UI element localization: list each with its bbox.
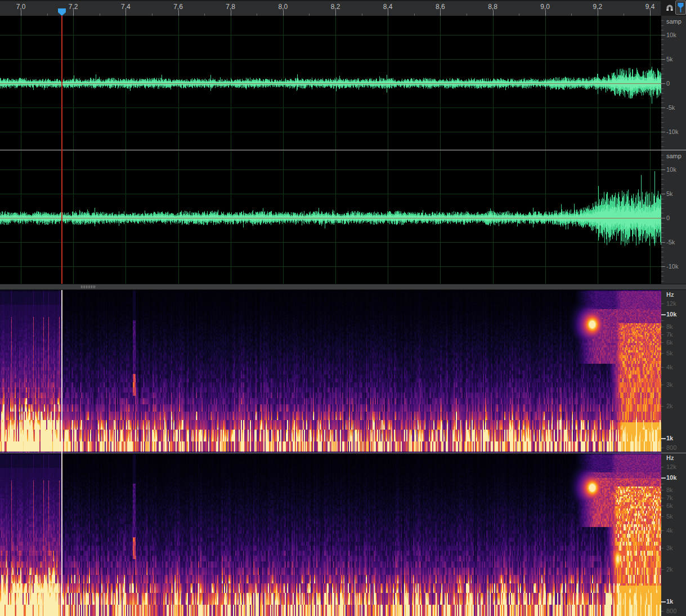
playhead-pin-icon <box>676 2 685 14</box>
frequency-label: 5k <box>666 513 673 520</box>
amplitude-scale-channel-1[interactable]: samp -10k-5k05k10k <box>661 16 686 150</box>
magnet-glyph <box>665 3 674 12</box>
amplitude-tick <box>661 237 663 238</box>
splitter-handle[interactable] <box>80 285 96 288</box>
amplitude-tick <box>661 266 665 267</box>
amplitude-label: 10k <box>666 166 676 173</box>
amplitude-tick <box>661 208 663 209</box>
amplitude-tick <box>661 189 663 189</box>
timeline-label: 7,8 <box>226 3 235 11</box>
amplitude-unit-label: samp <box>666 18 681 25</box>
frequency-label: 1k <box>666 435 673 441</box>
amplitude-tick <box>661 271 663 272</box>
frequency-tick <box>661 334 663 335</box>
amplitude-tick <box>661 247 663 248</box>
amplitude-tick <box>661 83 665 84</box>
frequency-scale-channel-1[interactable]: Hz 12k10k8k7k6k5k4k3k2k1k800 <box>661 290 686 453</box>
timeline-label: 9,0 <box>540 3 550 11</box>
amplitude-tick <box>661 155 663 155</box>
amplitude-tick <box>661 218 665 218</box>
frequency-label: 8k <box>666 486 673 493</box>
timeline-label: 8,2 <box>331 3 340 11</box>
amplitude-label: 0 <box>666 215 670 221</box>
frequency-tick <box>661 506 663 506</box>
amplitude-tick <box>661 137 663 137</box>
amplitude-tick <box>661 78 663 79</box>
amplitude-label: 5k <box>666 190 673 197</box>
frequency-label: 6k <box>666 502 673 509</box>
frequency-label: 8k <box>666 323 673 330</box>
amplitude-tick <box>661 160 663 160</box>
amplitude-tick <box>661 262 663 262</box>
playhead-pin-button[interactable] <box>675 1 686 15</box>
waveform-channel-1[interactable] <box>0 16 661 150</box>
amplitude-tick <box>661 146 663 147</box>
frequency-label: 2k <box>666 566 673 573</box>
amplitude-label: 5k <box>666 56 673 63</box>
frequency-tick <box>661 438 666 439</box>
amplitude-tick <box>661 108 665 108</box>
amplitude-tick <box>661 39 663 40</box>
frequency-label: 4k <box>666 527 673 534</box>
frequency-tick <box>661 353 663 354</box>
frequency-tick <box>661 601 666 602</box>
amplitude-tick <box>661 227 663 228</box>
frequency-label: 2k <box>666 403 673 409</box>
amplitude-label: 10k <box>666 32 676 38</box>
amplitude-scale-channel-2[interactable]: samp -10k-5k05k10k <box>661 151 686 284</box>
amplitude-tick <box>661 194 665 194</box>
amplitude-tick <box>661 117 663 118</box>
amplitude-tick <box>661 44 663 45</box>
frequency-scale-channel-2[interactable]: Hz 12k10k8k7k6k5k4k3k2k1k800 <box>661 453 686 616</box>
waveform-channel-separator <box>0 150 686 150</box>
frequency-tick <box>661 490 663 490</box>
playhead-line-spectrogram <box>61 290 62 616</box>
amplitude-tick <box>661 98 663 99</box>
frequency-tick <box>661 498 663 498</box>
timeline-label: 7,0 <box>16 3 26 11</box>
timeline-label: 8,0 <box>279 3 288 11</box>
frequency-label: 12k <box>666 300 676 307</box>
amplitude-tick <box>661 257 663 257</box>
timeline-label: 8,8 <box>488 3 497 11</box>
ruler-toolbar <box>661 0 686 16</box>
amplitude-tick <box>661 59 665 60</box>
amplitude-tick <box>661 242 665 243</box>
waveform-channel-2[interactable] <box>0 151 661 284</box>
frequency-tick <box>661 342 663 343</box>
frequency-tick <box>661 484 663 484</box>
frequency-unit-label: Hz <box>666 291 674 298</box>
panel-splitter[interactable] <box>0 284 686 290</box>
amplitude-tick <box>661 127 663 128</box>
timeline-label: 8,4 <box>383 3 393 11</box>
snap-magnet-icon[interactable] <box>665 2 675 14</box>
amplitude-tick <box>661 252 663 252</box>
spectrogram-channel-1[interactable] <box>0 290 661 453</box>
timeline-label: 7,2 <box>69 3 78 11</box>
frequency-label: 3k <box>666 544 673 551</box>
timeline-label: 8,6 <box>436 3 445 11</box>
timeline-label: 7,6 <box>173 3 183 11</box>
amplitude-tick <box>661 169 665 170</box>
amplitude-label: -5k <box>666 104 675 111</box>
frequency-tick <box>661 327 663 327</box>
frequency-tick <box>661 367 663 368</box>
amplitude-tick <box>661 141 663 142</box>
amplitude-tick <box>661 30 663 30</box>
spectrogram-channel-2[interactable] <box>0 453 661 616</box>
frequency-tick <box>661 303 663 304</box>
frequency-tick <box>661 314 666 315</box>
playhead-line-waveform <box>61 16 62 284</box>
amplitude-tick <box>661 184 663 185</box>
frequency-label: 3k <box>666 381 673 388</box>
amplitude-tick <box>661 64 663 65</box>
timeline-ruler[interactable]: 7,07,27,47,67,88,08,28,48,68,89,09,29,4 <box>0 0 661 16</box>
amplitude-unit-label: samp <box>666 153 681 159</box>
amplitude-tick <box>661 25 663 26</box>
frequency-label: 6k <box>666 339 673 346</box>
frequency-tick <box>661 611 663 611</box>
amplitude-tick <box>661 74 663 74</box>
frequency-tick <box>661 467 663 467</box>
amplitude-tick <box>661 88 663 89</box>
frequency-tick <box>661 477 666 479</box>
